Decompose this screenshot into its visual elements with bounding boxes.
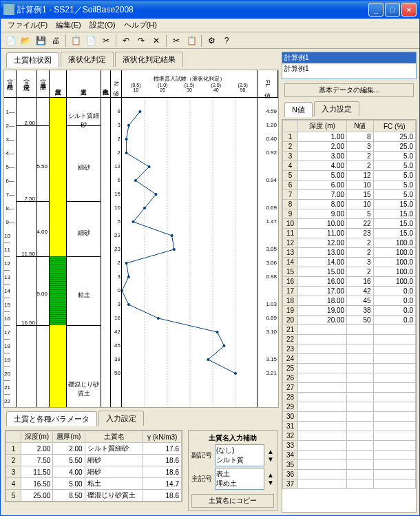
copy-to-soilname-button[interactable]: 土質名にコピー [191, 494, 274, 508]
tab-nvalue[interactable]: N値 [284, 102, 313, 117]
open-icon[interactable]: 📂 [19, 34, 32, 48]
svg-point-19 [127, 303, 130, 306]
svg-point-12 [143, 207, 146, 209]
tab-input-settings-2[interactable]: 入力設定 [98, 411, 144, 426]
menu-help[interactable]: ヘルプ(H) [120, 19, 161, 32]
menu-edit[interactable]: 編集(E) [52, 19, 85, 32]
svg-point-22 [223, 344, 226, 347]
waterlevel-column [101, 98, 111, 408]
new-icon[interactable]: 📄 [3, 34, 17, 48]
gh-depth: 深度 (m) [298, 121, 347, 132]
hdr-depth: 深度(m) [17, 70, 37, 97]
minimize-button[interactable]: _ [368, 3, 384, 17]
svg-point-15 [173, 248, 176, 251]
soilname-column: シルト質細砂細砂細砂粘土礫混じり砂質土 [67, 98, 101, 408]
hdr-symbol: 土質記号 [50, 70, 67, 97]
list-item[interactable]: 計算例1 [282, 63, 416, 74]
bh-gamma: γ (kN/m3) [143, 431, 182, 443]
hdr-scale: 標尺(m) [4, 70, 17, 97]
svg-point-13 [132, 220, 135, 223]
main-window: 計算例1 - SS21／SoilBase2008 _ □ × ファイル(F) 編… [0, 0, 420, 516]
bh-name: 土質名 [85, 431, 143, 443]
svg-point-10 [134, 179, 137, 182]
main-select[interactable]: 表土 埋め土 [215, 468, 264, 490]
svg-point-8 [125, 152, 128, 154]
tab-input-settings[interactable]: 入力設定 [314, 101, 359, 116]
tab-column-diagram[interactable]: 土質柱状図 [6, 52, 59, 68]
cut2-icon[interactable]: ✂ [169, 34, 183, 48]
window-title: 計算例1 - SS21／SoilBase2008 [17, 4, 368, 16]
n-line-chart [122, 98, 257, 408]
svg-point-11 [155, 193, 158, 196]
svg-point-18 [122, 289, 123, 292]
main-label: 主記号 [191, 474, 212, 484]
tab-liquefaction-result[interactable]: 液状化判定結果 [115, 52, 183, 67]
sub-select[interactable]: (なし) シルト質 [215, 444, 264, 466]
save-icon[interactable]: 💾 [34, 34, 48, 48]
hdr-nval: N値 [111, 70, 122, 97]
hdr-fl: FL値 [258, 70, 278, 97]
copy-icon[interactable]: 📋 [69, 34, 83, 48]
svg-point-20 [157, 317, 160, 320]
svg-point-6 [127, 124, 130, 127]
gh-fc: FC (%) [373, 121, 415, 132]
menu-settings[interactable]: 設定(O) [85, 19, 120, 32]
copy2-icon[interactable]: 📋 [185, 34, 198, 48]
app-icon [3, 4, 14, 15]
redo-icon[interactable]: ↷ [134, 34, 148, 48]
help-icon[interactable]: ? [220, 34, 233, 48]
tab-soil-params[interactable]: 土質と各種パラメータ [6, 411, 97, 426]
case-listbox[interactable]: 計算例1 計算例1 [282, 52, 417, 79]
thickness-column: 5.504.005.00 [37, 98, 50, 408]
menu-file[interactable]: ファイル(F) [3, 19, 52, 32]
left-tabs: 土質柱状図 液状化判定 液状化判定結果 [3, 52, 279, 67]
sub-label: 副記号 [191, 451, 212, 460]
list-item[interactable]: 計算例1 [282, 52, 416, 63]
spinner-icon[interactable]: ▲▼ [267, 471, 274, 486]
svg-point-23 [207, 358, 209, 361]
svg-point-9 [148, 165, 151, 168]
helper-title: 土質名入力補助 [191, 433, 274, 443]
svg-point-21 [216, 331, 219, 333]
symbol-column [50, 98, 67, 408]
svg-point-16 [125, 262, 128, 265]
tab-liquefaction[interactable]: 液状化判定 [61, 52, 114, 67]
nvalue-column: 832212615105222323031642453850 [111, 98, 122, 408]
print-icon[interactable]: 🖨 [49, 34, 63, 48]
graph-column [122, 98, 258, 408]
menubar: ファイル(F) 編集(E) 設定(O) ヘルプ(H) [1, 19, 419, 32]
scale-column: 1—2—3—4—5—6—7—8—9—10—11—12—13—14—15—16—1… [4, 98, 17, 408]
svg-point-17 [127, 276, 130, 278]
maximize-button[interactable]: □ [385, 3, 400, 17]
input-helper-panel: 土質名入力補助 副記号 (なし) シルト質 ▲▼ 主記号 表土 埋め土 [188, 430, 277, 511]
soil-column-view: 標尺(m) 深度(m) 層厚(m) 土質記号 土質名 孔内水位 N値 標準貫入試… [3, 70, 279, 408]
close-button[interactable]: × [401, 3, 417, 17]
cut-icon[interactable]: ✂ [99, 34, 113, 48]
undo-icon[interactable]: ↶ [119, 34, 133, 48]
hdr-thick: 層厚(m) [37, 70, 50, 97]
hdr-wl: 孔内水位 [101, 70, 111, 97]
right-tabs: N値 入力設定 [282, 101, 417, 116]
titlebar[interactable]: 計算例1 - SS21／SoilBase2008 _ □ × [1, 1, 419, 19]
hdr-name: 土質名 [67, 70, 101, 97]
svg-point-5 [138, 110, 141, 113]
nvalue-grid[interactable]: 深度 (m) N値 FC (%) 11.00825.022.00325.033.… [282, 120, 416, 489]
fl-column: 4.591.200.400.920.940.691.473.053.060.98… [258, 98, 278, 408]
bh-thick: 層厚(m) [53, 431, 85, 443]
depth-column: 2.007.5011.5016.50 [17, 98, 37, 408]
settings-icon[interactable]: ⚙ [204, 34, 218, 48]
svg-point-24 [234, 372, 237, 375]
soil-param-grid[interactable]: 深度(m) 層厚(m) 土質名 γ (kN/m3) 12.002.00シルト質細… [6, 431, 182, 502]
bottom-tabs: 土質と各種パラメータ 入力設定 [3, 411, 279, 426]
svg-point-14 [171, 234, 174, 237]
paste-icon[interactable]: 📄 [84, 34, 98, 48]
edit-basic-data-button[interactable]: 基本データの編集... [284, 83, 414, 97]
hdr-graph: 標準貫入試験（液状化判定） (0.5)10(1.0)20(1.5)30(2.0)… [122, 70, 258, 97]
bh-depth: 深度(m) [21, 431, 53, 443]
toolbar: 📄 📂 💾 🖨 📋 📄 ✂ ↶ ↷ ✕ ✂ 📋 ⚙ ? [1, 32, 419, 49]
spinner-icon[interactable]: ▲▼ [267, 448, 274, 463]
gh-n: N値 [347, 121, 373, 132]
svg-point-7 [125, 138, 128, 141]
delete-icon[interactable]: ✕ [149, 34, 163, 48]
